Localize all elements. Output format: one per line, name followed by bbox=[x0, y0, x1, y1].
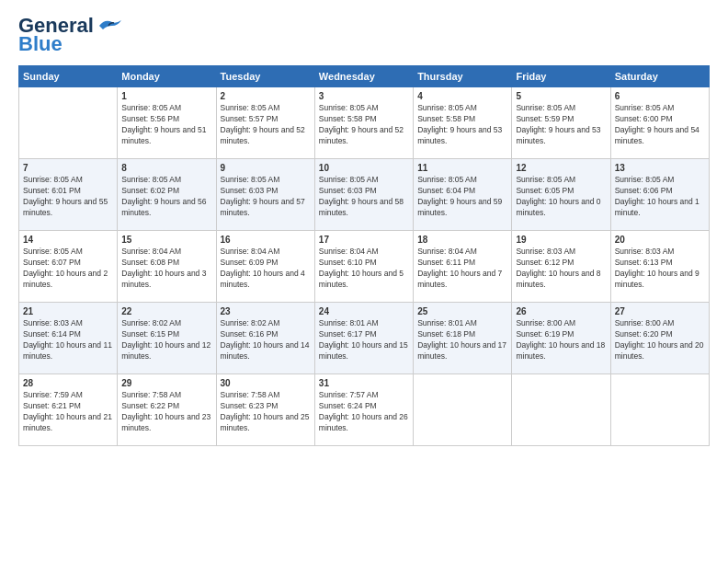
day-number: 22 bbox=[121, 306, 211, 316]
day-info: Sunrise: 7:58 AMSunset: 6:22 PMDaylight:… bbox=[121, 390, 210, 432]
day-number: 25 bbox=[417, 306, 507, 316]
calendar-cell: 4Sunrise: 8:05 AMSunset: 5:58 PMDaylight… bbox=[414, 87, 512, 159]
calendar-cell bbox=[610, 374, 709, 446]
day-info: Sunrise: 8:05 AMSunset: 5:58 PMDaylight:… bbox=[319, 103, 404, 145]
calendar-cell: 24Sunrise: 8:01 AMSunset: 6:17 PMDayligh… bbox=[314, 303, 413, 374]
logo-bird-icon bbox=[96, 17, 123, 35]
day-info: Sunrise: 8:04 AMSunset: 6:09 PMDaylight:… bbox=[221, 247, 305, 289]
logo-blue-text: Blue bbox=[18, 32, 63, 56]
calendar-cell: 29Sunrise: 7:58 AMSunset: 6:22 PMDayligh… bbox=[118, 374, 216, 446]
day-info: Sunrise: 8:05 AMSunset: 6:03 PMDaylight:… bbox=[319, 175, 404, 217]
calendar-cell: 25Sunrise: 8:01 AMSunset: 6:18 PMDayligh… bbox=[414, 303, 512, 374]
page-container: General Blue SundayMondayTuesdayWednesda… bbox=[0, 0, 728, 455]
calendar-header-row: SundayMondayTuesdayWednesdayThursdayFrid… bbox=[19, 66, 710, 87]
calendar-cell: 14Sunrise: 8:05 AMSunset: 6:07 PMDayligh… bbox=[19, 231, 118, 303]
calendar-cell: 1Sunrise: 8:05 AMSunset: 5:56 PMDaylight… bbox=[118, 87, 216, 159]
day-info: Sunrise: 8:05 AMSunset: 5:58 PMDaylight:… bbox=[417, 103, 502, 145]
day-info: Sunrise: 8:04 AMSunset: 6:08 PMDaylight:… bbox=[121, 247, 206, 289]
calendar-cell: 30Sunrise: 7:58 AMSunset: 6:23 PMDayligh… bbox=[216, 374, 314, 446]
calendar-cell: 20Sunrise: 8:03 AMSunset: 6:13 PMDayligh… bbox=[610, 231, 709, 303]
calendar-cell bbox=[414, 374, 512, 446]
day-number: 7 bbox=[23, 163, 113, 173]
day-info: Sunrise: 8:05 AMSunset: 6:05 PMDaylight:… bbox=[516, 175, 600, 217]
calendar-week-row: 21Sunrise: 8:03 AMSunset: 6:14 PMDayligh… bbox=[19, 303, 710, 374]
day-info: Sunrise: 8:04 AMSunset: 6:10 PMDaylight:… bbox=[319, 247, 404, 289]
calendar-cell: 18Sunrise: 8:04 AMSunset: 6:11 PMDayligh… bbox=[414, 231, 512, 303]
day-info: Sunrise: 7:59 AMSunset: 6:21 PMDaylight:… bbox=[23, 390, 112, 432]
calendar-cell: 19Sunrise: 8:03 AMSunset: 6:12 PMDayligh… bbox=[512, 231, 610, 303]
calendar-cell: 26Sunrise: 8:00 AMSunset: 6:19 PMDayligh… bbox=[512, 303, 610, 374]
column-header-thursday: Thursday bbox=[414, 66, 512, 87]
day-number: 10 bbox=[319, 163, 409, 173]
day-number: 26 bbox=[516, 306, 606, 316]
day-number: 31 bbox=[319, 378, 409, 388]
logo: General Blue bbox=[18, 14, 123, 56]
day-number: 5 bbox=[516, 91, 606, 101]
column-header-tuesday: Tuesday bbox=[216, 66, 314, 87]
calendar-cell: 6Sunrise: 8:05 AMSunset: 6:00 PMDaylight… bbox=[610, 87, 709, 159]
calendar-week-row: 14Sunrise: 8:05 AMSunset: 6:07 PMDayligh… bbox=[19, 231, 710, 303]
day-number: 14 bbox=[23, 235, 113, 245]
calendar-cell: 10Sunrise: 8:05 AMSunset: 6:03 PMDayligh… bbox=[314, 159, 413, 231]
day-info: Sunrise: 8:05 AMSunset: 6:07 PMDaylight:… bbox=[23, 247, 108, 289]
calendar-week-row: 1Sunrise: 8:05 AMSunset: 5:56 PMDaylight… bbox=[19, 87, 710, 159]
calendar-cell: 5Sunrise: 8:05 AMSunset: 5:59 PMDaylight… bbox=[512, 87, 610, 159]
day-number: 2 bbox=[221, 91, 311, 101]
column-header-sunday: Sunday bbox=[19, 66, 118, 87]
day-info: Sunrise: 8:05 AMSunset: 6:04 PMDaylight:… bbox=[417, 175, 502, 217]
day-info: Sunrise: 8:05 AMSunset: 5:56 PMDaylight:… bbox=[121, 103, 206, 145]
calendar-cell: 13Sunrise: 8:05 AMSunset: 6:06 PMDayligh… bbox=[610, 159, 709, 231]
day-info: Sunrise: 8:00 AMSunset: 6:19 PMDaylight:… bbox=[516, 318, 605, 361]
calendar-cell: 17Sunrise: 8:04 AMSunset: 6:10 PMDayligh… bbox=[314, 231, 413, 303]
day-number: 4 bbox=[417, 91, 507, 101]
calendar-cell: 27Sunrise: 8:00 AMSunset: 6:20 PMDayligh… bbox=[610, 303, 709, 374]
day-info: Sunrise: 8:02 AMSunset: 6:16 PMDaylight:… bbox=[221, 318, 310, 361]
day-number: 23 bbox=[221, 306, 311, 316]
day-info: Sunrise: 8:04 AMSunset: 6:11 PMDaylight:… bbox=[417, 247, 502, 289]
day-info: Sunrise: 8:05 AMSunset: 5:59 PMDaylight:… bbox=[516, 103, 600, 145]
calendar-cell: 7Sunrise: 8:05 AMSunset: 6:01 PMDaylight… bbox=[19, 159, 118, 231]
day-info: Sunrise: 8:01 AMSunset: 6:18 PMDaylight:… bbox=[417, 318, 506, 361]
column-header-saturday: Saturday bbox=[610, 66, 709, 87]
day-info: Sunrise: 8:05 AMSunset: 6:06 PMDaylight:… bbox=[615, 175, 700, 217]
day-info: Sunrise: 8:02 AMSunset: 6:15 PMDaylight:… bbox=[121, 318, 210, 361]
calendar-cell bbox=[19, 87, 118, 159]
day-number: 9 bbox=[221, 163, 311, 173]
day-info: Sunrise: 7:57 AMSunset: 6:24 PMDaylight:… bbox=[319, 390, 408, 432]
day-info: Sunrise: 8:03 AMSunset: 6:12 PMDaylight:… bbox=[516, 247, 600, 289]
column-header-wednesday: Wednesday bbox=[314, 66, 413, 87]
day-number: 28 bbox=[23, 378, 113, 388]
day-info: Sunrise: 8:05 AMSunset: 5:57 PMDaylight:… bbox=[221, 103, 305, 145]
day-number: 19 bbox=[516, 235, 606, 245]
day-info: Sunrise: 8:03 AMSunset: 6:14 PMDaylight:… bbox=[23, 318, 112, 361]
calendar-cell: 3Sunrise: 8:05 AMSunset: 5:58 PMDaylight… bbox=[314, 87, 413, 159]
day-number: 29 bbox=[121, 378, 211, 388]
calendar-cell: 8Sunrise: 8:05 AMSunset: 6:02 PMDaylight… bbox=[118, 159, 216, 231]
calendar-cell: 12Sunrise: 8:05 AMSunset: 6:05 PMDayligh… bbox=[512, 159, 610, 231]
calendar-cell: 9Sunrise: 8:05 AMSunset: 6:03 PMDaylight… bbox=[216, 159, 314, 231]
header: General Blue bbox=[18, 14, 710, 56]
calendar-cell bbox=[512, 374, 610, 446]
day-info: Sunrise: 8:05 AMSunset: 6:02 PMDaylight:… bbox=[121, 175, 206, 217]
calendar-cell: 21Sunrise: 8:03 AMSunset: 6:14 PMDayligh… bbox=[19, 303, 118, 374]
calendar-cell: 2Sunrise: 8:05 AMSunset: 5:57 PMDaylight… bbox=[216, 87, 314, 159]
day-number: 16 bbox=[221, 235, 311, 245]
day-number: 6 bbox=[615, 91, 705, 101]
calendar-cell: 22Sunrise: 8:02 AMSunset: 6:15 PMDayligh… bbox=[118, 303, 216, 374]
calendar-cell: 31Sunrise: 7:57 AMSunset: 6:24 PMDayligh… bbox=[314, 374, 413, 446]
calendar-table: SundayMondayTuesdayWednesdayThursdayFrid… bbox=[18, 65, 710, 446]
day-number: 24 bbox=[319, 306, 409, 316]
column-header-friday: Friday bbox=[512, 66, 610, 87]
day-number: 1 bbox=[121, 91, 211, 101]
day-info: Sunrise: 8:05 AMSunset: 6:01 PMDaylight:… bbox=[23, 175, 108, 217]
day-info: Sunrise: 7:58 AMSunset: 6:23 PMDaylight:… bbox=[221, 390, 310, 432]
day-number: 21 bbox=[23, 306, 113, 316]
calendar-week-row: 28Sunrise: 7:59 AMSunset: 6:21 PMDayligh… bbox=[19, 374, 710, 446]
day-number: 17 bbox=[319, 235, 409, 245]
day-number: 3 bbox=[319, 91, 409, 101]
calendar-cell: 28Sunrise: 7:59 AMSunset: 6:21 PMDayligh… bbox=[19, 374, 118, 446]
day-number: 8 bbox=[121, 163, 211, 173]
calendar-cell: 11Sunrise: 8:05 AMSunset: 6:04 PMDayligh… bbox=[414, 159, 512, 231]
day-number: 30 bbox=[221, 378, 311, 388]
day-info: Sunrise: 8:03 AMSunset: 6:13 PMDaylight:… bbox=[615, 247, 700, 289]
